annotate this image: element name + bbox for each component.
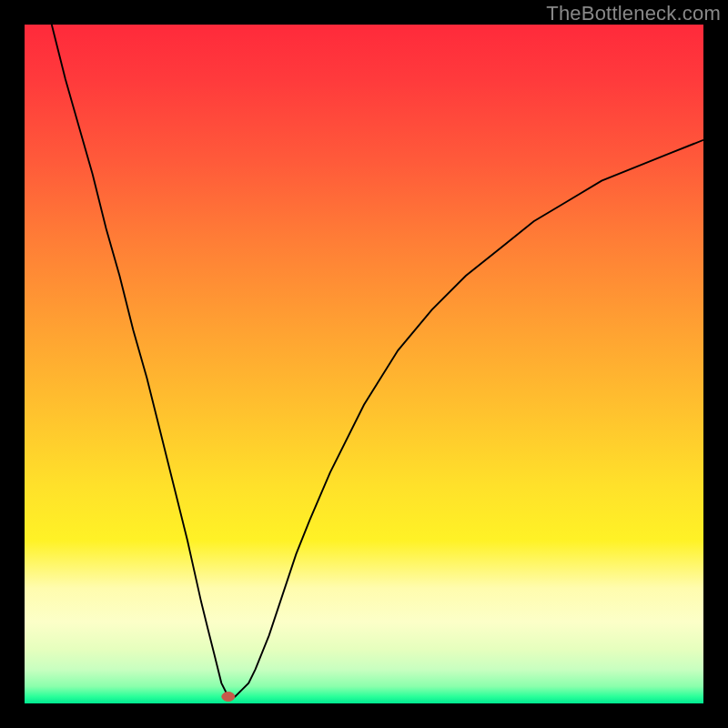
- watermark-text: TheBottleneck.com: [546, 2, 721, 25]
- chart-container: TheBottleneck.com: [0, 0, 728, 728]
- bottleneck-curve: [52, 25, 703, 697]
- curve-overlay: [25, 25, 703, 703]
- plot-area: [25, 25, 703, 703]
- optimum-marker: [222, 693, 235, 702]
